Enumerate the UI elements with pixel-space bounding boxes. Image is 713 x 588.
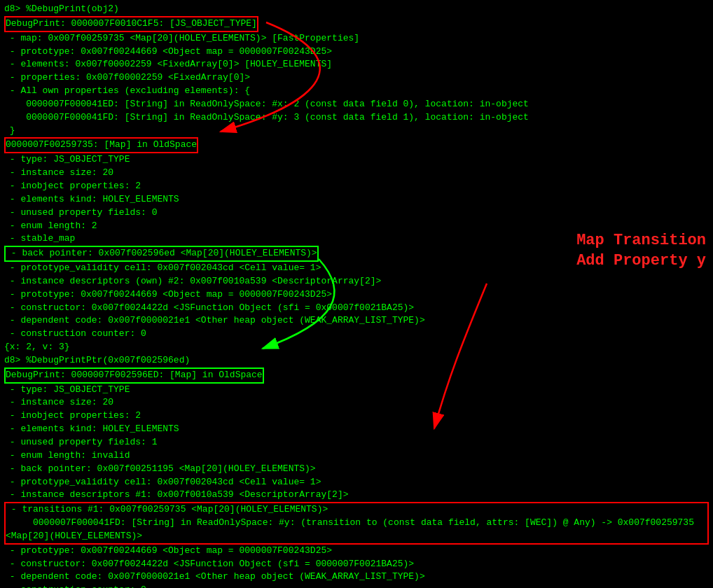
line-6: - All own properties (excluding elements… bbox=[4, 85, 709, 98]
line-24: - construction counter: 0 bbox=[4, 328, 709, 341]
line-2: - map: 0x007f00259735 <Map[20](HOLEY_ELE… bbox=[4, 32, 709, 46]
line-39: <Map[20](HOLEY_ELEMENTS)> bbox=[6, 530, 707, 543]
annotation-line2: Add Property y bbox=[576, 251, 706, 272]
line-23: - dependent code: 0x007f0000021e1 <Other… bbox=[4, 314, 709, 328]
line-14: - elements kind: HOLEY_ELEMENTS bbox=[4, 193, 709, 206]
line-21: - prototype: 0x007f00244669 <Object map … bbox=[4, 288, 709, 302]
line-28: - type: JS_OBJECT_TYPE bbox=[4, 384, 709, 397]
line-42: - dependent code: 0x007f0000021e1 <Other… bbox=[4, 570, 709, 584]
line-5: - properties: 0x007f00002259 <FixedArray… bbox=[4, 71, 709, 85]
line-40: - prototype: 0x007f00244669 <Object map … bbox=[4, 545, 709, 558]
line-33: - enum length: invalid bbox=[4, 449, 709, 463]
line-29: - instance size: 20 bbox=[4, 396, 709, 410]
line-37: - transitions #1: 0x007f00259735 <Map[20… bbox=[6, 503, 707, 517]
line-22: - constructor: 0x007f0024422d <JSFunctio… bbox=[4, 302, 709, 315]
line-35: - prototype_validity cell: 0x007f002043c… bbox=[4, 476, 709, 489]
map-transition-annotation: Map Transition Add Property y bbox=[576, 231, 706, 271]
line-26: d8> %DebugPrintPtr(0x007f002596ed) bbox=[4, 354, 709, 368]
line-12: - instance size: 20 bbox=[4, 167, 709, 180]
line-36: - instance descriptors #1: 0x007f0010a53… bbox=[4, 489, 709, 502]
annotation-line1: Map Transition bbox=[576, 231, 706, 251]
transitions-box: - transitions #1: 0x007f00259735 <Map[20… bbox=[4, 502, 709, 545]
line-11: - type: JS_OBJECT_TYPE bbox=[4, 153, 709, 167]
line-9: } bbox=[4, 125, 709, 138]
line-15: - unused property fields: 0 bbox=[4, 206, 709, 220]
line-41: - constructor: 0x007f0024422d <JSFunctio… bbox=[4, 558, 709, 571]
line-0: d8> %DebugPrint(obj2) bbox=[4, 3, 709, 16]
line-25: {x: 2, v: 3} bbox=[4, 341, 709, 354]
line-43: - construction counter: 0 bbox=[4, 584, 709, 588]
line-30: - inobject properties: 2 bbox=[4, 410, 709, 423]
line-38: 0000007F000041FD: [String] in ReadOnlySp… bbox=[6, 517, 707, 530]
line-8: 0000007F000041FD: [String] in ReadOnlySp… bbox=[4, 111, 709, 125]
line-1: DebugPrint: 0000007F0010C1F5: [JS_OBJECT… bbox=[4, 16, 709, 32]
line-32: - unused property fields: 1 bbox=[4, 436, 709, 449]
line-10: 0000007F00259735: [Map] in OldSpace bbox=[4, 137, 709, 153]
line-3: - prototype: 0x007f00244669 <Object map … bbox=[4, 46, 709, 59]
line-7: 0000007F000041ED: [String] in ReadOnlySp… bbox=[4, 98, 709, 111]
line-27: DebugPrint: 0000007F002596ED: [Map] in O… bbox=[4, 368, 709, 384]
line-4: - elements: 0x007f00002259 <FixedArray[0… bbox=[4, 58, 709, 71]
line-20: - instance descriptors (own) #2: 0x007f0… bbox=[4, 275, 709, 288]
terminal: d8> %DebugPrint(obj2) DebugPrint: 000000… bbox=[0, 0, 713, 588]
line-13: - inobject properties: 2 bbox=[4, 180, 709, 193]
line-34: - back pointer: 0x007f00251195 <Map[20](… bbox=[4, 463, 709, 476]
line-31: - elements kind: HOLEY_ELEMENTS bbox=[4, 423, 709, 436]
